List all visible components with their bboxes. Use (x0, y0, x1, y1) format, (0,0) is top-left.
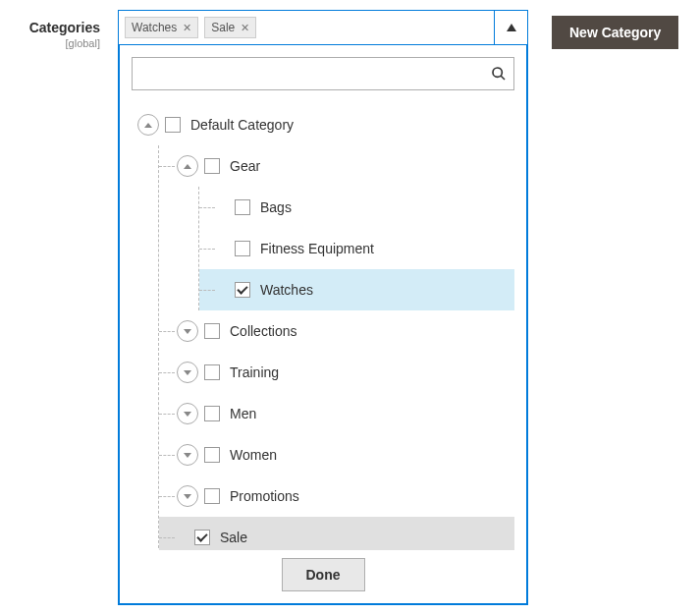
chip-label: Watches (132, 21, 177, 34)
tree-label: Gear (230, 145, 514, 187)
tree-label: Training (230, 352, 514, 393)
chevron-down-icon (184, 494, 191, 499)
field-scope: [global] (10, 37, 100, 49)
checkbox[interactable] (204, 406, 220, 421)
tree-connector (159, 414, 175, 415)
chip-sale[interactable]: Sale ✕ (204, 17, 256, 38)
checkbox[interactable] (204, 447, 220, 463)
checkbox[interactable] (204, 488, 220, 504)
chevron-up-icon (144, 123, 152, 128)
tree-row-training[interactable]: Training (159, 352, 514, 393)
svg-point-0 (493, 68, 502, 77)
search-icon (491, 66, 507, 82)
checkbox[interactable] (204, 364, 220, 380)
tree-row-default-category[interactable]: Default Category (137, 104, 514, 145)
chip-watches[interactable]: Watches ✕ (125, 17, 198, 38)
tree-row-watches[interactable]: Watches (199, 269, 514, 310)
tree-row-bags[interactable]: Bags (199, 187, 514, 228)
tree-row-collections[interactable]: Collections (159, 310, 514, 352)
chevron-up-icon (184, 164, 191, 169)
tree-scroll[interactable]: Default Category Gear (132, 98, 514, 550)
dropdown-toggle[interactable] (494, 11, 527, 44)
tree-connector (159, 331, 175, 332)
checkbox[interactable] (204, 323, 220, 339)
checkbox[interactable] (235, 282, 250, 298)
expand-toggle[interactable] (177, 485, 198, 507)
tree-row-gear[interactable]: Gear (159, 145, 514, 187)
tree-label: Women (230, 434, 514, 475)
expand-toggle[interactable] (177, 362, 198, 383)
chevron-down-icon (184, 453, 191, 458)
expand-toggle[interactable] (177, 320, 198, 342)
chip-remove-icon[interactable]: ✕ (183, 22, 191, 34)
tree-row-sale[interactable]: Sale (159, 517, 514, 550)
tree-connector (199, 207, 215, 208)
tree-connector (159, 455, 175, 456)
tree-connector (159, 496, 175, 497)
expand-toggle[interactable] (137, 114, 159, 136)
tree-connector (159, 537, 175, 538)
new-category-button[interactable]: New Category (552, 16, 678, 49)
tree-label: Bags (260, 187, 514, 228)
tree-row-men[interactable]: Men (159, 393, 514, 434)
svg-line-1 (501, 76, 505, 80)
triangle-up-icon (507, 24, 516, 31)
checkbox[interactable] (235, 199, 250, 215)
chip-remove-icon[interactable]: ✕ (241, 22, 249, 34)
tree-row-promotions[interactable]: Promotions (159, 475, 514, 517)
tree-connector (159, 166, 175, 167)
search-input[interactable] (132, 57, 514, 90)
tree-label: Default Category (190, 104, 514, 145)
checkbox[interactable] (194, 530, 210, 545)
tree-label: Watches (260, 269, 514, 310)
tree-row-women[interactable]: Women (159, 434, 514, 475)
field-label: Categories (10, 20, 100, 35)
expand-toggle[interactable] (177, 155, 198, 177)
checkbox[interactable] (235, 241, 250, 256)
category-dropdown: Default Category Gear (118, 45, 528, 605)
tree-label: Sale (220, 517, 514, 550)
chevron-down-icon (184, 370, 191, 375)
tree-label: Men (230, 393, 514, 434)
expand-toggle[interactable] (177, 403, 198, 424)
tree-connector (199, 249, 215, 250)
category-chip-bar[interactable]: Watches ✕ Sale ✕ (118, 10, 528, 45)
chip-label: Sale (211, 21, 235, 34)
expand-toggle[interactable] (177, 444, 198, 466)
tree-connector (159, 372, 175, 373)
chevron-down-icon (184, 412, 191, 417)
tree-connector (199, 290, 215, 291)
tree-label: Promotions (230, 475, 514, 517)
tree-label: Fitness Equipment (260, 228, 514, 269)
chevron-down-icon (184, 329, 191, 334)
checkbox[interactable] (204, 158, 220, 174)
tree-row-fitness[interactable]: Fitness Equipment (199, 228, 514, 269)
checkbox[interactable] (165, 117, 181, 133)
tree-label: Collections (230, 310, 514, 352)
done-button[interactable]: Done (282, 558, 365, 591)
